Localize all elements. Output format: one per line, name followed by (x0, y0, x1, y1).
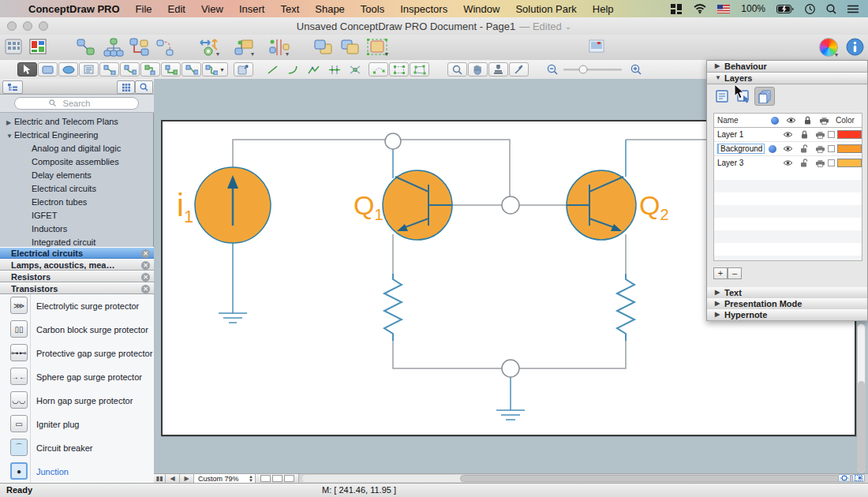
library-shape-horn-gap-surge-protector[interactable]: ◡◡Horn gap surge protector (0, 389, 154, 413)
menu-window[interactable]: Window (455, 3, 507, 15)
polyline-tool-button[interactable] (304, 62, 324, 77)
disclosure-triangle-icon[interactable]: ▶ (715, 309, 720, 320)
disclosure-triangle-icon[interactable]: ▶ (715, 298, 720, 309)
fit-page-button[interactable] (852, 474, 865, 482)
zoom-stepper-icon[interactable]: ▲▼ (249, 475, 255, 483)
menu-text[interactable]: Text (272, 3, 307, 15)
reroute-connectors-icon[interactable] (155, 38, 176, 57)
igniter-plug-icon[interactable]: ▭ (10, 415, 28, 432)
disclosure-triangle-icon[interactable]: ▶ (715, 61, 720, 72)
horizontal-scrollbar-thumb[interactable] (460, 475, 864, 482)
tree-item-delay-elements[interactable]: Delay elements (0, 169, 154, 182)
print-icon[interactable] (812, 145, 828, 153)
send-backward-icon[interactable] (339, 38, 360, 57)
lock-column-header-icon[interactable] (799, 116, 816, 125)
window-title-bar[interactable]: Unsaved ConceptDraw PRO Document - Page1… (0, 17, 868, 36)
layers-section-header[interactable]: ▼ Layers (707, 73, 867, 84)
sphere-gap-surge-protector-icon[interactable]: →← (10, 368, 28, 385)
dropdown-caret-icon[interactable]: ▾ (216, 50, 219, 58)
solution-panel-icon[interactable] (28, 38, 49, 57)
carbon-block-surge-protector-icon[interactable]: ▯▯ (10, 320, 28, 338)
ellipse-tool-button[interactable] (58, 62, 78, 77)
junction-icon[interactable]: ● (10, 462, 28, 480)
layers-flag-icon[interactable]: ▾ (234, 38, 254, 57)
horizontal-scrollbar[interactable] (302, 475, 865, 482)
library-shape-sphere-gap-surge-protector[interactable]: →←Sphere gap surge protector (0, 365, 154, 389)
bring-forward-icon[interactable] (312, 38, 333, 57)
library-search-icon[interactable] (135, 80, 153, 94)
visibility-eye-icon[interactable] (780, 145, 796, 152)
org-chart-icon[interactable] (103, 38, 124, 57)
junction-top[interactable] (385, 133, 401, 149)
fit-selection-button[interactable] (838, 474, 851, 482)
transistor-q2[interactable] (567, 170, 636, 240)
prev-page-button[interactable]: ◀ (166, 474, 180, 483)
transistor-q1[interactable] (383, 170, 452, 240)
dropdown-caret-icon[interactable]: ▾ (835, 51, 838, 58)
zoom-tool-button[interactable] (447, 62, 467, 77)
close-section-icon[interactable]: ✕ (141, 273, 150, 282)
input-source-flag-icon[interactable] (717, 5, 730, 13)
layer-color-swatch[interactable] (837, 159, 862, 167)
tree-item-analog-and-digital-logic[interactable]: Analog and digital logic (0, 142, 154, 155)
junction-bottom[interactable] (502, 360, 519, 377)
menu-view[interactable]: View (193, 3, 231, 15)
spotlight-search-icon[interactable] (826, 4, 836, 14)
layer-row-layer-1[interactable]: Layer 1 (714, 128, 862, 142)
text-section-header[interactable]: ▶ Text (707, 287, 867, 299)
visibility-column-header-icon[interactable] (783, 117, 799, 124)
electrolytic-surge-protector-icon[interactable]: ⋙ (10, 297, 28, 314)
protective-gap-surge-protector-icon[interactable]: ⊶⊷ (10, 344, 28, 361)
layer-color-swatch[interactable] (837, 130, 862, 139)
vertical-scrollbar[interactable] (857, 323, 866, 473)
layers-tab-icon[interactable] (754, 87, 775, 106)
library-shape-carbon-block-surge-protector[interactable]: ▯▯Carbon block surge protector (0, 318, 154, 342)
info-inspector-icon[interactable] (846, 38, 866, 57)
tree-item-composite-assemblies[interactable]: Composite assemblies (0, 155, 154, 169)
resistor-r2[interactable] (617, 274, 634, 341)
page-tabs-button[interactable]: ▮▮ (154, 474, 166, 483)
single-page-view-button[interactable] (260, 475, 271, 482)
disclosure-triangle-icon[interactable]: ▶ (6, 116, 14, 129)
pan-hand-tool-button[interactable] (468, 62, 488, 77)
group-shapes-icon[interactable]: ▾ (366, 38, 387, 57)
resize-behavior-icon[interactable]: ▾ (199, 38, 219, 57)
edit-vertices-button[interactable] (389, 62, 409, 77)
menu-conceptdraw-pro[interactable]: ConceptDraw PRO (21, 3, 128, 15)
tree-connector-tool-button[interactable] (140, 62, 160, 77)
visibility-eye-icon[interactable] (780, 159, 796, 166)
library-section-resistors[interactable]: Resistors✕ (0, 271, 154, 282)
name-column-header[interactable]: Name (714, 116, 766, 125)
visibility-eye-icon[interactable] (780, 131, 796, 138)
title-caret-icon[interactable]: ⌄ (565, 22, 571, 31)
library-shape-igniter-plug[interactable]: ▭Igniter plug (0, 413, 154, 436)
junction-middle[interactable] (502, 196, 519, 214)
zoom-slider[interactable] (562, 62, 623, 77)
rectangle-tool-button[interactable] (38, 62, 58, 77)
print-icon[interactable] (812, 159, 828, 167)
connect-shapes-icon[interactable] (76, 38, 96, 57)
layer-name[interactable]: Layer 1 (714, 130, 765, 139)
transform-shape-button[interactable] (410, 62, 429, 77)
tree-item-electrical-circuits[interactable]: Electrical circuits (0, 182, 154, 196)
notification-center-icon[interactable] (847, 5, 859, 13)
menu-tools[interactable]: Tools (353, 3, 392, 15)
hypernote-section-header[interactable]: ▶ Hypernote (707, 309, 867, 321)
library-shape-protective-gap-surge-protector[interactable]: ⊶⊷Protective gap surge protector (0, 342, 154, 365)
arc-tool-button[interactable] (283, 62, 303, 77)
close-section-icon[interactable]: ✕ (141, 261, 150, 270)
scissors-tool-button[interactable] (345, 62, 365, 77)
circuit-breaker-icon[interactable]: ⌒ (10, 439, 28, 456)
dropdown-caret-icon[interactable]: ▾ (286, 50, 289, 58)
lock-open-icon[interactable] (796, 144, 812, 153)
layer-row-background[interactable]: Background (714, 142, 862, 156)
menu-inspectors[interactable]: Inspectors (392, 3, 455, 15)
cross-connect-icon[interactable] (129, 38, 150, 57)
layer-color-checkbox[interactable] (828, 131, 835, 138)
library-section-transistors[interactable]: Transistors✕ (0, 282, 154, 294)
master-column-header-icon[interactable] (766, 117, 783, 125)
close-section-icon[interactable]: ✕ (141, 249, 150, 258)
line-tool-button[interactable] (263, 62, 282, 77)
master-dot-icon[interactable] (765, 145, 780, 153)
zoom-in-button[interactable] (627, 62, 646, 77)
